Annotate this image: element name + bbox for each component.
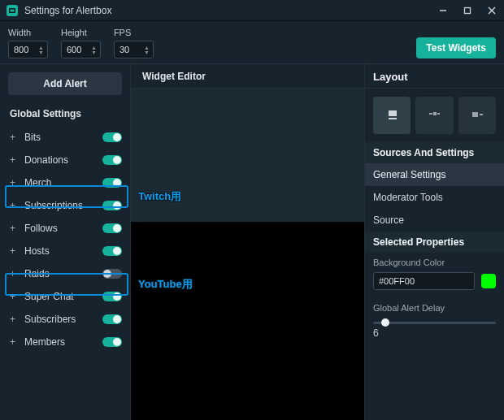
toggle-hosts[interactable] xyxy=(102,246,122,256)
svg-rect-8 xyxy=(429,113,432,115)
svg-rect-12 xyxy=(480,114,483,115)
bg-color-swatch[interactable] xyxy=(481,274,496,288)
svg-rect-10 xyxy=(437,113,440,115)
height-label: Height xyxy=(61,28,101,37)
annotation-text-youtube: YouTube用 xyxy=(138,277,193,292)
sidebar-item-label: Follows xyxy=(24,223,102,234)
sidebar-item-label: Hosts xyxy=(24,245,102,257)
delay-slider[interactable] xyxy=(373,318,496,327)
sidebar-item-subscribers[interactable]: + Subscribers xyxy=(0,308,130,331)
sidebar-item-bits[interactable]: + Bits xyxy=(0,126,130,149)
source-moderator-tools[interactable]: Moderator Tools xyxy=(365,186,504,209)
sidebar-item-follows[interactable]: + Follows xyxy=(0,217,130,240)
plus-icon: + xyxy=(10,336,18,348)
delay-value: 6 xyxy=(373,327,496,339)
test-widgets-button[interactable]: Test Widgets xyxy=(416,37,496,58)
sidebar-item-label: Super Chat xyxy=(24,291,102,302)
svg-rect-11 xyxy=(472,112,478,117)
toggle-follows[interactable] xyxy=(102,223,122,233)
plus-icon: + xyxy=(10,154,18,166)
plus-icon: + xyxy=(10,223,18,234)
selected-properties-heading: Selected Properties xyxy=(365,232,504,253)
toggle-merch[interactable] xyxy=(102,178,122,188)
plus-icon: + xyxy=(10,132,18,143)
sidebar-item-members[interactable]: + Members xyxy=(0,331,130,353)
preview-canvas xyxy=(131,89,364,420)
sidebar-item-raids[interactable]: + Raids xyxy=(0,262,130,285)
toggle-superchat[interactable] xyxy=(102,292,122,301)
close-button[interactable] xyxy=(486,5,497,16)
layout-option-inline[interactable] xyxy=(458,97,496,134)
sidebar-item-label: Merch xyxy=(24,177,102,188)
width-input[interactable]: 800 ▲▼ xyxy=(8,41,48,58)
preview-content xyxy=(131,222,364,420)
annotation-text-twitch: Twitch用 xyxy=(138,189,181,204)
height-stepper[interactable]: ▲▼ xyxy=(91,45,97,54)
sidebar-item-subscriptions[interactable]: + Subscriptions xyxy=(0,194,130,217)
toggle-subscriptions[interactable] xyxy=(102,201,122,210)
minimize-button[interactable] xyxy=(437,5,449,16)
plus-icon: + xyxy=(10,314,18,325)
plus-icon: + xyxy=(10,291,18,302)
sidebar-item-label: Raids xyxy=(24,268,102,279)
sources-heading: Sources And Settings xyxy=(365,142,504,163)
sidebar: Add Alert Global Settings + Bits + Donat… xyxy=(0,64,130,420)
toggle-subscribers[interactable] xyxy=(102,314,122,324)
height-input[interactable]: 600 ▲▼ xyxy=(61,41,101,58)
bg-color-input[interactable]: #00FF00 xyxy=(373,272,475,290)
svg-rect-3 xyxy=(465,7,471,13)
width-value: 800 xyxy=(14,45,35,54)
toggle-raids[interactable] xyxy=(102,269,122,279)
plus-icon: + xyxy=(10,245,18,257)
bg-color-label: Background Color xyxy=(365,253,504,269)
fps-value: 30 xyxy=(119,45,141,54)
editor-tabbar: Widget Editor xyxy=(131,64,364,89)
layout-option-stacked[interactable] xyxy=(373,97,411,134)
add-alert-button[interactable]: Add Alert xyxy=(8,72,122,95)
maximize-button[interactable] xyxy=(462,5,473,16)
source-general-settings[interactable]: General Settings xyxy=(365,163,504,186)
svg-rect-9 xyxy=(433,112,437,115)
delay-label: Global Alert Delay xyxy=(365,298,504,314)
plus-icon: + xyxy=(10,177,18,188)
sidebar-item-label: Subscriptions xyxy=(24,200,102,211)
sidebar-item-donations[interactable]: + Donations xyxy=(0,149,130,171)
layout-side-icon xyxy=(428,110,440,120)
fps-stepper[interactable]: ▲▼ xyxy=(144,45,150,54)
width-label: Width xyxy=(8,28,48,37)
plus-icon: + xyxy=(10,268,18,279)
source-source[interactable]: Source xyxy=(365,209,504,232)
layout-inline-icon xyxy=(471,110,483,120)
plus-icon: + xyxy=(10,200,18,211)
fps-label: FPS xyxy=(114,28,154,37)
main-area: Add Alert Global Settings + Bits + Donat… xyxy=(0,64,504,420)
svg-rect-1 xyxy=(11,9,15,11)
toggle-donations[interactable] xyxy=(102,155,122,165)
sidebar-item-superchat[interactable]: + Super Chat xyxy=(0,285,130,308)
layout-stacked-icon xyxy=(386,110,398,120)
layout-option-side[interactable] xyxy=(415,97,453,134)
app-icon xyxy=(7,5,18,16)
fps-input[interactable]: 30 ▲▼ xyxy=(114,41,154,58)
svg-rect-6 xyxy=(389,110,397,116)
sidebar-item-label: Bits xyxy=(24,132,102,143)
titlebar: Settings for Alertbox xyxy=(0,0,504,21)
toggle-bits[interactable] xyxy=(102,132,122,142)
svg-rect-7 xyxy=(389,118,397,119)
layout-heading: Layout xyxy=(365,64,504,89)
top-controls: Width 800 ▲▼ Height 600 ▲▼ FPS 30 ▲▼ Tes… xyxy=(0,21,504,64)
sidebar-section-heading: Global Settings xyxy=(0,103,130,126)
sidebar-item-label: Members xyxy=(24,336,102,348)
right-panel: Layout Sources And Settings General Sett… xyxy=(364,64,504,420)
tab-widget-editor[interactable]: Widget Editor xyxy=(131,64,217,88)
editor: Widget Editor xyxy=(130,64,364,420)
sidebar-item-merch[interactable]: + Merch xyxy=(0,171,130,194)
width-stepper[interactable]: ▲▼ xyxy=(38,45,44,54)
height-value: 600 xyxy=(67,45,88,54)
window-title: Settings for Alertbox xyxy=(24,5,437,16)
sidebar-item-label: Subscribers xyxy=(24,314,102,325)
toggle-members[interactable] xyxy=(102,337,122,347)
sidebar-item-label: Donations xyxy=(24,154,102,166)
sidebar-item-hosts[interactable]: + Hosts xyxy=(0,240,130,262)
